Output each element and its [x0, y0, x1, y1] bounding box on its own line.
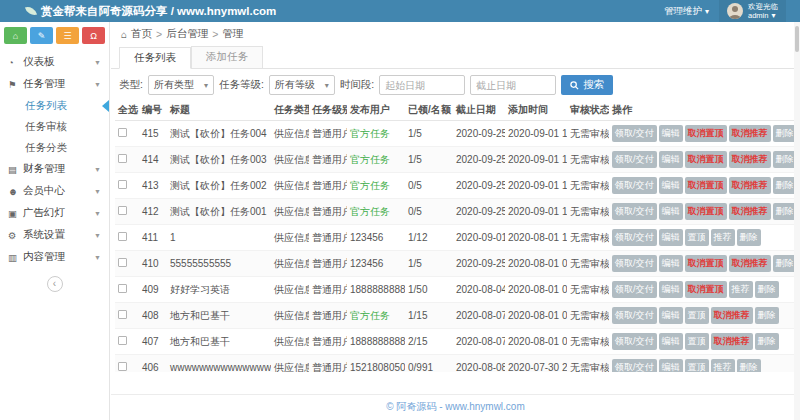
action-recommend-button[interactable]: 取消推荐 [711, 333, 753, 350]
row-checkbox[interactable] [118, 180, 127, 189]
sidebar-subitem[interactable]: 任务分类 [0, 137, 109, 158]
row-checkbox[interactable] [118, 284, 127, 293]
action-top-button[interactable]: 置顶 [685, 307, 709, 324]
action-edit-button[interactable]: 编辑 [659, 125, 683, 142]
action-top-button[interactable]: 取消置顶 [685, 281, 727, 298]
sidebar-collapse-button[interactable]: ‹ [47, 276, 63, 292]
action-top-button[interactable]: 置顶 [685, 359, 709, 372]
sidebar-item[interactable]: ⚑ 任务管理 ▼ [0, 73, 109, 95]
maintain-menu[interactable]: 管理维护 ▾ [664, 5, 709, 18]
action-delete-button[interactable]: 删除 [773, 203, 797, 220]
sidebar-item[interactable]: ▥ 内容管理 ▼ [0, 246, 109, 268]
action-delete-button[interactable]: 删除 [755, 333, 779, 350]
sidebar-item-label: 广告幻灯 [23, 206, 65, 220]
row-checkbox[interactable] [118, 336, 127, 345]
action-edit-button[interactable]: 编辑 [659, 281, 683, 298]
action-top-button[interactable]: 取消置顶 [685, 177, 727, 194]
action-edit-button[interactable]: 编辑 [659, 229, 683, 246]
action-recommend-button[interactable]: 取消推荐 [729, 203, 771, 220]
search-button[interactable]: 搜索 [561, 75, 613, 95]
settings-icon: ⚙ [8, 230, 23, 241]
pencil-quick-button[interactable]: ✎ [30, 27, 53, 44]
action-claim-button[interactable]: 领取/交付 [612, 307, 657, 324]
action-claim-button[interactable]: 领取/交付 [612, 255, 657, 272]
action-claim-button[interactable]: 领取/交付 [612, 151, 657, 168]
task-quota: 1/5 [405, 121, 453, 147]
action-edit-button[interactable]: 编辑 [659, 177, 683, 194]
sidebar-item[interactable]: ◔ 仪表板 ▼ [0, 51, 109, 73]
row-checkbox[interactable] [118, 154, 127, 163]
action-recommend-button[interactable]: 推荐 [711, 359, 735, 372]
action-top-button[interactable]: 取消置顶 [685, 255, 727, 272]
action-top-button[interactable]: 取消置顶 [685, 203, 727, 220]
task-type: 供应信息 [271, 251, 309, 277]
action-claim-button[interactable]: 领取/交付 [612, 281, 657, 298]
action-claim-button[interactable]: 领取/交付 [612, 359, 657, 372]
action-edit-button[interactable]: 编辑 [659, 255, 683, 272]
action-top-button[interactable]: 取消置顶 [685, 151, 727, 168]
action-delete-button[interactable]: 删除 [737, 229, 761, 246]
action-recommend-button[interactable]: 取消推荐 [729, 255, 771, 272]
action-top-button[interactable]: 取消置顶 [685, 125, 727, 142]
action-delete-button[interactable]: 删除 [755, 281, 779, 298]
start-date-input[interactable] [379, 75, 465, 95]
row-checkbox[interactable] [118, 362, 127, 371]
breadcrumb-level1[interactable]: 后台管理 [166, 27, 208, 41]
action-claim-button[interactable]: 领取/交付 [612, 125, 657, 142]
action-recommend-button[interactable]: 推荐 [729, 281, 753, 298]
sidebar-item[interactable]: ▤ 财务管理 ▼ [0, 158, 109, 180]
column-header: 发布用户 [347, 100, 405, 121]
action-delete-button[interactable]: 删除 [773, 151, 797, 168]
action-edit-button[interactable]: 编辑 [659, 359, 683, 372]
action-edit-button[interactable]: 编辑 [659, 333, 683, 350]
action-edit-button[interactable]: 编辑 [659, 151, 683, 168]
sidebar-item[interactable]: ⚙ 系统设置 ▼ [0, 224, 109, 246]
action-delete-button[interactable]: 删除 [773, 125, 797, 142]
breadcrumb-home[interactable]: 首页 [131, 27, 152, 41]
row-checkbox[interactable] [118, 128, 127, 137]
action-recommend-button[interactable]: 取消推荐 [729, 177, 771, 194]
action-top-button[interactable]: 置顶 [685, 229, 709, 246]
search-icon [570, 81, 579, 90]
action-delete-button[interactable]: 删除 [773, 255, 797, 272]
type-select[interactable]: 所有类型 ▾ [148, 75, 214, 95]
home-quick-button[interactable]: ⌂ [4, 27, 27, 44]
tab-task-list[interactable]: 任务列表 [119, 47, 191, 69]
bell-quick-button[interactable]: Ω [82, 27, 105, 44]
sidebar-item[interactable]: ▣ 广告幻灯 ▼ [0, 202, 109, 224]
page-footer: © 阿奇源码 - www.hnymwl.com [111, 394, 800, 420]
sidebar-subitem[interactable]: 任务列表 [0, 95, 109, 116]
action-recommend-button[interactable]: 取消推荐 [729, 151, 771, 168]
row-checkbox[interactable] [118, 206, 127, 215]
tab-add-task[interactable]: 添加任务 [191, 46, 263, 68]
action-edit-button[interactable]: 编辑 [659, 203, 683, 220]
scrollbar-thumb[interactable] [795, 26, 799, 52]
brand[interactable]: 赏金帮来自阿奇源码分享 / www.hnymwl.com [26, 4, 276, 19]
action-recommend-button[interactable]: 推荐 [711, 229, 735, 246]
action-delete-button[interactable]: 删除 [755, 307, 779, 324]
action-recommend-button[interactable]: 取消推荐 [729, 125, 771, 142]
user-menu[interactable]: 欢迎光临 admin ▾ [719, 0, 786, 22]
action-claim-button[interactable]: 领取/交付 [612, 203, 657, 220]
sidebar-subitem-label: 任务列表 [25, 99, 67, 113]
row-checkbox[interactable] [118, 258, 127, 267]
row-checkbox[interactable] [118, 310, 127, 319]
sidebar-item[interactable]: ☻ 会员中心 ▼ [0, 180, 109, 202]
end-date-input[interactable] [470, 75, 556, 95]
menu-quick-button[interactable]: ☰ [56, 27, 79, 44]
sidebar-subitem[interactable]: 任务审核 [0, 116, 109, 137]
action-edit-button[interactable]: 编辑 [659, 307, 683, 324]
row-checkbox[interactable] [118, 232, 127, 241]
page-scrollbar[interactable] [794, 22, 800, 420]
task-quota: 1/50 [405, 277, 453, 303]
action-delete-button[interactable]: 删除 [737, 359, 761, 372]
footer-text[interactable]: © 阿奇源码 - www.hnymwl.com [386, 401, 525, 412]
action-claim-button[interactable]: 领取/交付 [612, 229, 657, 246]
action-delete-button[interactable]: 删除 [773, 177, 797, 194]
action-claim-button[interactable]: 领取/交付 [612, 177, 657, 194]
app-header: 赏金帮来自阿奇源码分享 / www.hnymwl.com 管理维护 ▾ 欢迎光临… [0, 0, 800, 22]
level-select[interactable]: 所有等级 ▾ [269, 75, 335, 95]
action-claim-button[interactable]: 领取/交付 [612, 333, 657, 350]
action-top-button[interactable]: 置顶 [685, 333, 709, 350]
action-recommend-button[interactable]: 取消推荐 [711, 307, 753, 324]
